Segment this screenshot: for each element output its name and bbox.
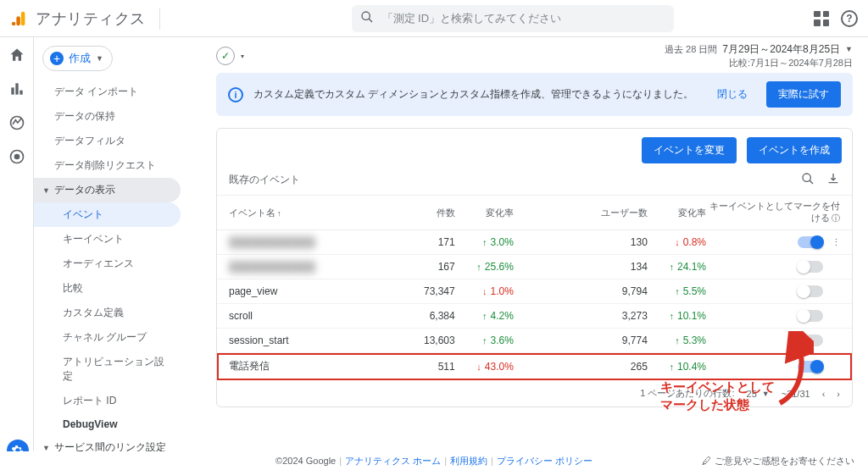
sidebar-item[interactable]: アトリビューション設定 (34, 350, 181, 389)
create-button[interactable]: + 作成 ▼ (42, 46, 113, 71)
banner-close[interactable]: 閉じる (717, 87, 748, 102)
plus-icon: + (50, 52, 64, 65)
table-row[interactable]: page_view73,347↓1.0%9,794↑5.5% (217, 279, 852, 304)
sidebar-item[interactable]: カスタム定義 (34, 301, 181, 325)
table-row[interactable]: ████████████167↑25.6%134↑24.1% (217, 255, 852, 279)
existing-events-label: 既存のイベント (229, 173, 300, 187)
sidebar-item[interactable]: レポート ID (34, 389, 181, 413)
row-menu-icon[interactable]: ⋮ (832, 237, 840, 247)
svg-point-2 (12, 21, 16, 25)
event-users: 3,273 (589, 310, 648, 322)
feedback-icon[interactable]: 🖊 (702, 456, 711, 466)
home-icon[interactable] (8, 46, 26, 64)
col-count-label[interactable]: 件数 (397, 207, 455, 219)
footer-link-privacy[interactable]: プライバシー ポリシー (497, 455, 593, 467)
key-event-toggle[interactable] (798, 310, 823, 322)
reports-icon[interactable] (8, 80, 26, 98)
sidebar-item[interactable]: データの保持 (34, 104, 191, 129)
download-icon[interactable] (826, 172, 840, 188)
event-count-delta: ↑4.2% (455, 310, 514, 322)
banner-cta-button[interactable]: 実際に試す (766, 81, 841, 108)
table-row[interactable]: scroll6,384↑4.2%3,273↑10.1% (217, 304, 852, 329)
sidebar-group-display[interactable]: ▼ データの表示 (34, 178, 181, 202)
col-urate-label[interactable]: 変化率 (648, 207, 706, 219)
topbar: アナリティクス ? (0, 0, 868, 37)
nav-rail (0, 37, 34, 470)
chevron-down-icon: ▼ (42, 444, 51, 452)
event-count-delta: ↑3.6% (455, 335, 514, 346)
footer-feedback[interactable]: ご意見やご感想をお寄せください (715, 455, 854, 467)
apps-icon[interactable] (814, 11, 829, 26)
pager-next-icon[interactable]: › (837, 389, 840, 399)
explore-icon[interactable] (8, 113, 26, 132)
sidebar-item[interactable]: オーディエンス (34, 252, 181, 276)
sort-asc-icon: ↑ (277, 209, 281, 218)
table-row[interactable]: 電話発信511↓43.0%265↑10.4% (217, 353, 852, 380)
sidebar-item[interactable]: DebugView (34, 413, 181, 435)
sidebar-item[interactable]: 比較 (34, 276, 181, 301)
sidebar-item[interactable]: データ削除リクエスト (34, 153, 191, 178)
svg-line-12 (810, 180, 813, 184)
key-event-toggle[interactable] (798, 335, 823, 346)
search-icon (360, 10, 374, 26)
create-event-button[interactable]: イベントを作成 (747, 137, 842, 163)
event-count: 13,603 (397, 335, 455, 346)
modify-event-button[interactable]: イベントを変更 (642, 137, 737, 163)
search-box[interactable] (352, 5, 674, 32)
sidebar-item[interactable]: チャネル グループ (34, 325, 181, 350)
footer-link-home[interactable]: アナリティクス ホーム (345, 455, 441, 467)
event-users: 9,794 (589, 285, 648, 297)
help-icon[interactable]: ? (841, 10, 858, 27)
sidebar-item[interactable]: キーイベント (34, 227, 181, 252)
col-rate-label[interactable]: 変化率 (455, 207, 514, 219)
svg-rect-1 (16, 16, 20, 25)
info-icon[interactable]: ⓘ (832, 213, 840, 223)
event-users: 9,774 (589, 335, 648, 346)
search-icon[interactable] (801, 172, 815, 188)
sidebar: + 作成 ▼ データ インポートデータの保持データフィルタデータ削除リクエスト … (34, 37, 191, 470)
info-icon: i (228, 87, 243, 102)
sidebar-group-label: データの表示 (54, 183, 115, 197)
sidebar-item[interactable]: イベント (34, 202, 181, 227)
event-count-delta: ↓43.0% (455, 361, 514, 373)
status-check-icon[interactable]: ✓ (216, 47, 235, 65)
main-content: ✓ 過去 28 日間 7月29日～2024年8月25日 ▼ 比較:7月1日～20… (191, 37, 868, 451)
event-count: 511 (397, 361, 455, 373)
svg-rect-0 (21, 11, 25, 25)
event-users-delta: ↑5.3% (648, 335, 706, 346)
event-name: scroll (229, 310, 253, 322)
sidebar-item[interactable]: データ インポート (34, 80, 191, 104)
table-row[interactable]: ████████████171↑3.0%130↓0.8%⋮ (217, 230, 852, 255)
col-name-label[interactable]: イベント名 (229, 207, 275, 218)
event-users: 134 (589, 261, 648, 273)
event-name: page_view (229, 285, 277, 297)
date-range: 7月29日～2024年8月25日 (722, 42, 840, 57)
divider (159, 8, 160, 30)
table-row[interactable]: session_start13,603↑3.6%9,774↑5.3% (217, 329, 852, 353)
sidebar-item[interactable]: データフィルタ (34, 129, 191, 153)
key-event-toggle[interactable] (798, 361, 823, 373)
col-users-label[interactable]: ユーザー数 (589, 207, 648, 219)
key-event-toggle[interactable] (798, 285, 823, 297)
event-count: 6,384 (397, 310, 455, 322)
event-users-delta: ↓0.8% (648, 236, 706, 248)
svg-rect-7 (19, 91, 22, 95)
footer-link-terms[interactable]: 利用規約 (450, 455, 487, 467)
table-header: イベント名↑ 件数 変化率 ユーザー数 変化率 キーイベントとしてマークを付ける… (217, 195, 852, 230)
ga-logo: アナリティクス (10, 8, 146, 29)
event-users: 130 (589, 236, 648, 248)
search-input[interactable] (382, 12, 665, 25)
event-name: ████████████ (229, 261, 315, 273)
date-range-picker[interactable]: 過去 28 日間 7月29日～2024年8月25日 ▼ 比較:7月1日～2024… (665, 42, 853, 69)
key-event-toggle[interactable] (798, 236, 823, 248)
pager-prev-icon[interactable]: ‹ (822, 389, 826, 399)
event-count-delta: ↓1.0% (455, 285, 514, 297)
chevron-down-icon: ▼ (96, 54, 103, 63)
advertising-icon[interactable] (8, 147, 26, 166)
footer: ©2024 Google | アナリティクス ホーム | 利用規約 | プライバ… (0, 451, 868, 470)
event-users-delta: ↑10.1% (648, 310, 706, 322)
event-name: ████████████ (229, 236, 315, 248)
event-users-delta: ↑10.4% (648, 361, 706, 373)
event-users: 265 (589, 361, 648, 373)
key-event-toggle[interactable] (798, 261, 823, 273)
